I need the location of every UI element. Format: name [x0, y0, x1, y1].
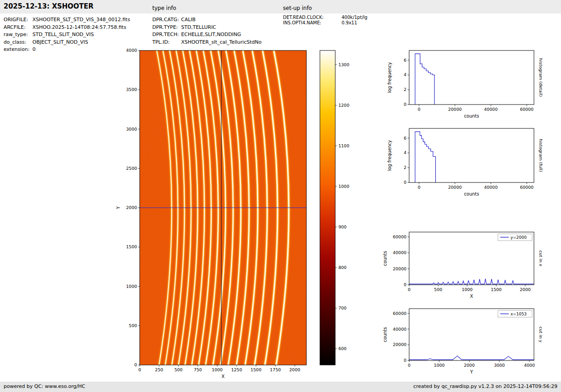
- legend-label: y=2000: [511, 235, 527, 240]
- tick-label: 0: [404, 358, 406, 363]
- cut_y-axes: 010002000300040000200004000060000Y: [393, 309, 535, 374]
- data-series: [409, 279, 534, 284]
- right-side-label: histogram (full): [538, 139, 543, 172]
- y-axis-label: counts: [383, 327, 388, 342]
- cut_y-plot: [409, 356, 534, 360]
- powered-by-text: powered by QC: www.eso.org/HC: [4, 383, 85, 389]
- tick-label: 60000: [393, 234, 406, 239]
- data-series: [415, 54, 434, 105]
- colorbar-gradient: [320, 50, 335, 365]
- tick-label: 4000: [126, 48, 137, 53]
- tick-label: 20000: [448, 107, 462, 112]
- tick-label: X: [222, 374, 225, 379]
- data-series: [409, 356, 534, 360]
- tick-label: 0: [418, 185, 420, 190]
- tick-label: 1000: [126, 284, 137, 289]
- legend: y=2000: [498, 234, 532, 241]
- tick-label: 0: [138, 367, 141, 372]
- qc-figure: 0250500750100012501500175020000500100015…: [0, 0, 561, 392]
- tick-label: 1750: [270, 367, 281, 372]
- tick-label: 60000: [520, 107, 534, 112]
- tick-label: 0: [418, 107, 420, 112]
- tick-label: 1000: [434, 363, 445, 368]
- tick-label: 1500: [251, 367, 261, 372]
- tick-label: 2000: [289, 367, 300, 372]
- tick-label: 3500: [126, 87, 137, 92]
- tick-label: 900: [338, 224, 347, 229]
- tick-label: 1500: [126, 244, 137, 249]
- right-side-label: histogram (detail): [538, 58, 543, 96]
- footer-bar: powered by QC: www.eso.org/HC created by…: [0, 382, 561, 392]
- cut_x-plot: [409, 279, 534, 284]
- tick-label: 2: [404, 165, 406, 170]
- tick-label: 3000: [126, 127, 137, 132]
- created-by-text: created by qc_rawdisp.py v1.2.3 on 2025-…: [413, 383, 557, 389]
- legend: x=1053: [498, 310, 532, 317]
- tick-label: 4: [404, 150, 406, 155]
- y-axis-label: counts: [383, 251, 388, 266]
- right-side-label: cut in x: [538, 251, 543, 267]
- hist_full-plot: [415, 132, 435, 182]
- tick-label: 750: [194, 367, 202, 372]
- tick-label: 6: [404, 136, 406, 141]
- tick-label: 1300: [338, 62, 349, 67]
- tick-label: 1000: [212, 367, 223, 372]
- hist_detail-plot: [415, 54, 434, 105]
- tick-label: 0: [404, 180, 406, 185]
- tick-label: 500: [434, 287, 442, 292]
- tick-label: 4000: [524, 363, 535, 368]
- y-axis-label: Y: [116, 206, 121, 210]
- tick-label: X: [470, 294, 473, 299]
- tick-label: 1500: [491, 287, 502, 292]
- tick-label: 2000: [126, 205, 137, 210]
- tick-label: 4: [404, 72, 406, 77]
- hist_detail-axes: 02000040000600000246counts: [404, 50, 534, 119]
- tick-label: 40000: [484, 107, 497, 112]
- right-side-label: cut in y: [538, 327, 543, 343]
- tick-label: 800: [338, 265, 347, 270]
- tick-label: 1000: [462, 287, 473, 292]
- tick-label: 1250: [231, 367, 242, 372]
- tick-label: 60000: [520, 185, 534, 190]
- tick-label: 6: [404, 58, 406, 63]
- tick-label: 500: [129, 323, 137, 328]
- tick-label: counts: [464, 114, 479, 119]
- data-series: [415, 132, 435, 182]
- tick-label: 600: [338, 346, 347, 351]
- tick-label: 250: [155, 367, 163, 372]
- y-axis-label: log frequency: [387, 140, 392, 171]
- tick-label: 0: [408, 363, 410, 368]
- tick-label: 40000: [484, 185, 497, 190]
- y-axis-label: log frequency: [387, 62, 392, 93]
- tick-label: 60000: [393, 311, 406, 316]
- tick-label: 2000: [464, 363, 474, 368]
- tick-label: 20000: [393, 266, 406, 271]
- tick-label: 20000: [393, 342, 406, 347]
- colorbar: 6007008009001000110012001300: [320, 50, 349, 365]
- tick-label: 700: [338, 305, 347, 310]
- tick-label: 2: [404, 87, 406, 92]
- tick-label: counts: [464, 191, 479, 196]
- tick-label: 0: [404, 102, 406, 107]
- tick-label: 40000: [393, 327, 406, 332]
- tick-label: 1100: [338, 143, 349, 148]
- tick-label: 0: [408, 287, 410, 292]
- tick-label: 0: [404, 282, 406, 287]
- tick-label: 20000: [448, 185, 462, 190]
- tick-label: 1200: [338, 103, 349, 108]
- tick-label: 40000: [393, 250, 406, 255]
- tick-label: 2500: [126, 166, 137, 171]
- tick-label: 3000: [494, 363, 505, 368]
- legend-label: x=1053: [511, 312, 527, 316]
- tick-label: 500: [174, 367, 182, 372]
- tick-label: Y: [470, 369, 473, 374]
- tick-label: 1000: [338, 184, 349, 189]
- cut_x-axes: 05001000150020000200004000060000X: [393, 232, 534, 299]
- tick-label: 2000: [520, 287, 531, 292]
- tick-label: 0: [134, 362, 137, 367]
